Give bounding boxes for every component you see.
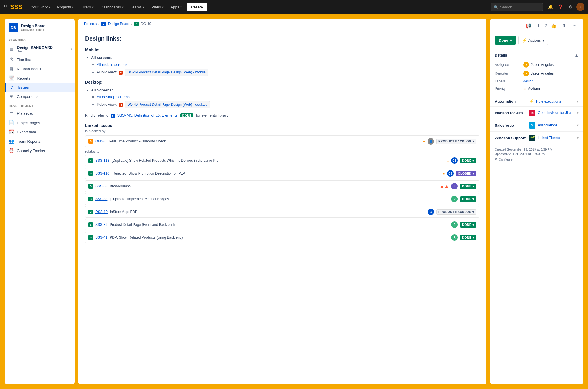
- issue-key[interactable]: SSS-38: [95, 197, 107, 201]
- issue-key[interactable]: SSS-110: [95, 171, 109, 175]
- assignee-avatar: 👤: [428, 138, 434, 145]
- details-section: Details ▲ Assignee J Jason Angeles Repor…: [490, 49, 583, 96]
- nav-teams[interactable]: Teams ▾: [128, 3, 147, 11]
- nav-dashboards[interactable]: Dashboards ▾: [98, 3, 127, 11]
- sidebar-item-project-pages[interactable]: 📄 Project pages: [5, 118, 75, 127]
- status-badge[interactable]: DONE ▾: [460, 158, 476, 163]
- status-badge[interactable]: PRODUCT BACKLOG ▾: [436, 139, 476, 144]
- zendesk-link[interactable]: Linked Tickets: [538, 136, 560, 140]
- settings-icon[interactable]: ⚙: [566, 3, 575, 11]
- table-row[interactable]: S SSS-39 Product Detail Page (Front and …: [85, 219, 480, 230]
- sidebar-item-components[interactable]: ⊞ Components: [5, 92, 75, 101]
- announcement-icon[interactable]: 📢: [524, 22, 532, 30]
- mobile-design-link[interactable]: DO-49 Product Detail Page Design (Web) -…: [125, 69, 208, 76]
- issue-key[interactable]: SSS-32: [95, 184, 107, 188]
- actions-button[interactable]: ⚡ Actions ▾: [518, 36, 549, 45]
- table-row[interactable]: S SSS-110 [Rejected] Show Promotion Desc…: [85, 168, 480, 179]
- issue-key[interactable]: SSS-39: [95, 223, 107, 227]
- main-layout: DB Design Board Software project PLANNIN…: [0, 14, 588, 389]
- table-row[interactable]: S SSS-41 PDP: Show Related Products (usi…: [85, 232, 480, 243]
- status-badge[interactable]: DONE ▾: [460, 222, 476, 228]
- nav-plans[interactable]: Plans ▾: [148, 3, 167, 11]
- status-badge[interactable]: DONE ▾: [460, 235, 476, 240]
- desktop-design-link[interactable]: DO-49 Product Detail Page Design (Web) -…: [125, 101, 210, 108]
- assignee-name[interactable]: Jason Angeles: [531, 63, 554, 67]
- invision-link[interactable]: Open Invision for Jira: [538, 111, 571, 115]
- nav-your-work[interactable]: Your work ▾: [28, 3, 53, 11]
- status-badge[interactable]: CLOSED ▾: [456, 171, 476, 176]
- components-icon: ⊞: [9, 94, 14, 99]
- search-icon: 🔍: [494, 5, 498, 9]
- rule-executions-link[interactable]: Rule executions: [536, 99, 561, 103]
- collapse-icon[interactable]: ▲: [575, 53, 579, 57]
- app-logo[interactable]: SSS: [10, 3, 22, 11]
- chevron-down-icon: ▾: [473, 172, 474, 175]
- like-icon[interactable]: 👍: [550, 22, 558, 30]
- all-desktop-screens-link[interactable]: All desktop screens: [97, 95, 130, 99]
- releases-icon: 🗃: [9, 111, 14, 116]
- label-value[interactable]: design: [523, 79, 533, 83]
- grid-icon[interactable]: ⠿: [4, 4, 7, 10]
- automation-row[interactable]: Automation ⚡ Rule executions ▾: [490, 96, 583, 107]
- more-options-icon[interactable]: ···: [570, 22, 579, 30]
- issue-body-text: Mobile: All screens: All mobile screens …: [85, 47, 480, 119]
- help-icon[interactable]: ❓: [556, 3, 565, 11]
- user-avatar[interactable]: J: [576, 3, 584, 11]
- desktop-section-label: Desktop:: [85, 79, 480, 85]
- assignee-avatar: R: [451, 234, 458, 241]
- sidebar-item-kanboard[interactable]: ▤ Design KANBOARD Board ▾: [5, 43, 75, 55]
- nav-projects[interactable]: Projects ▾: [54, 3, 76, 11]
- done-button[interactable]: Done ▾: [495, 36, 516, 45]
- sidebar-item-kanban[interactable]: ▦ Kanban board: [5, 64, 75, 73]
- nav-filters[interactable]: Filters ▾: [78, 3, 96, 11]
- issue-key[interactable]: SSS-113: [95, 159, 109, 163]
- sidebar-item-reports[interactable]: 📈 Reports: [5, 73, 75, 83]
- priority-value[interactable]: Medium: [527, 87, 540, 91]
- assignee-row: Assignee J Jason Angeles: [495, 60, 579, 69]
- search-bar[interactable]: 🔍 Search: [491, 3, 543, 11]
- rp-toolbar: 📢 👁 2 👍 ⬆ ···: [490, 19, 583, 33]
- sidebar-item-issues[interactable]: 🗂 Issues: [5, 83, 75, 92]
- reporter-label: Reporter: [495, 71, 521, 75]
- chevron-down-icon: ▾: [49, 6, 50, 9]
- notifications-icon[interactable]: 🔔: [547, 3, 555, 11]
- status-badge[interactable]: DONE ▾: [460, 184, 476, 189]
- status-badge[interactable]: PRODUCT BACKLOG ▾: [436, 209, 476, 215]
- chevron-down-icon: ▾: [473, 184, 474, 188]
- table-row[interactable]: S SSS-38 [Duplicate] Implement Manual Ba…: [85, 193, 480, 205]
- reports-icon: 📈: [9, 75, 14, 81]
- nav-apps[interactable]: Apps ▾: [168, 3, 185, 11]
- pages-icon: 📄: [9, 120, 14, 125]
- sidebar-item-team-reports[interactable]: 👥 Team Reports: [5, 137, 75, 146]
- sidebar-item-timeline[interactable]: ⏱ Timeline: [5, 55, 75, 64]
- table-row[interactable]: S DSS-19 InStore App: PDP C PRODUCT BACK…: [85, 206, 480, 218]
- table-row[interactable]: S SSS-113 [Duplicate] Show Related Produ…: [85, 155, 480, 166]
- create-button[interactable]: Create: [187, 3, 207, 11]
- issue-title: Design links:: [85, 35, 480, 42]
- priority-icon: ≡: [423, 139, 425, 144]
- invision-icon: in: [529, 110, 536, 116]
- all-screens-desktop-label: All Screens:: [91, 88, 113, 92]
- status-badge[interactable]: DONE ▾: [460, 196, 476, 202]
- salesforce-link[interactable]: Associations: [538, 123, 557, 127]
- watch-icon[interactable]: 👁: [535, 22, 543, 30]
- issue-key[interactable]: SSS-41: [95, 235, 107, 240]
- sidebar-item-releases[interactable]: 🗃 Releases: [5, 109, 75, 118]
- configure-link[interactable]: ⚙ Configure: [495, 157, 579, 161]
- table-row[interactable]: S SSS-32 Breadcrumbs ▲▲ II DONE ▾: [85, 180, 480, 192]
- share-icon[interactable]: ⬆: [560, 22, 568, 30]
- reporter-name[interactable]: Jason Angeles: [531, 71, 554, 75]
- breadcrumb-design-board-link[interactable]: Design Board: [108, 22, 130, 26]
- issue-key[interactable]: DSS-19: [95, 210, 108, 214]
- sidebar-item-export-time[interactable]: 📅 Export time: [5, 127, 75, 137]
- sidebar-item-capacity-tracker[interactable]: ⏰ Capacity Tracker: [5, 146, 75, 155]
- invision-row[interactable]: Invision for Jira in Open Invision for J…: [490, 107, 583, 119]
- ux-elements-link[interactable]: SSS-745: Definition of UX Elements: [117, 113, 177, 117]
- created-date: Created September 23, 2019 at 3:39 PM: [495, 148, 579, 151]
- breadcrumb-projects-link[interactable]: Projects: [84, 22, 97, 26]
- table-row[interactable]: S OMS-8 Real Time Product Availability C…: [85, 135, 480, 147]
- all-mobile-screens-link[interactable]: All mobile screens: [97, 62, 128, 67]
- issue-key[interactable]: OMS-8: [95, 139, 106, 143]
- salesforce-row[interactable]: Salesforce S Associations ▾: [490, 119, 583, 132]
- zendesk-row[interactable]: Zendesk Support 🌱 Linked Tickets ▾: [490, 132, 583, 144]
